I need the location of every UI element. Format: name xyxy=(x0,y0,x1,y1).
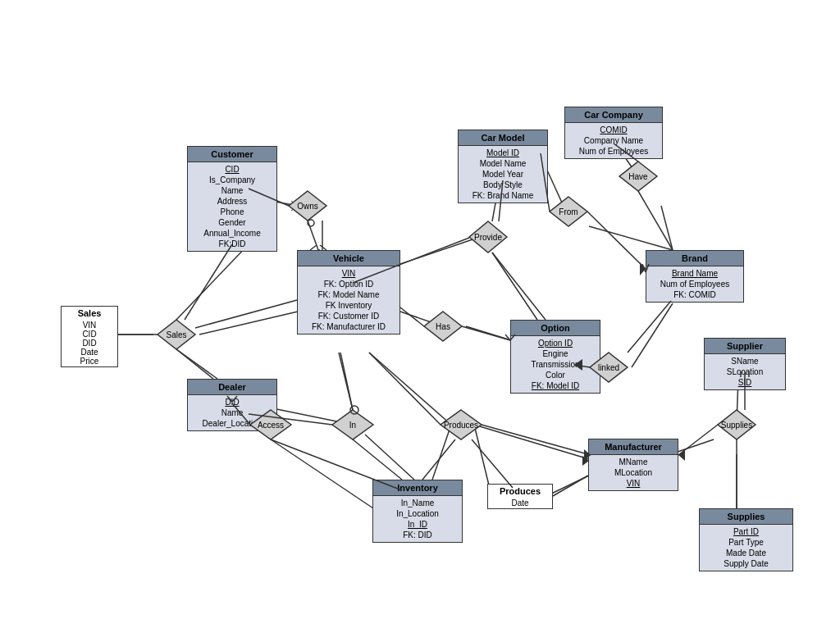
customer-attr-3: Address xyxy=(193,196,272,207)
supplier-title: Supplier xyxy=(705,339,785,354)
sales-attr-did: DID xyxy=(65,339,114,348)
supplier-pk: SID xyxy=(710,377,780,388)
svg-line-9 xyxy=(353,439,402,480)
svg-line-7 xyxy=(271,439,373,508)
car-company-entity: Car Company COMID Company Name Num of Em… xyxy=(564,107,663,159)
sales-attr-date: Date xyxy=(65,348,114,357)
option-title: Option xyxy=(511,321,600,336)
inventory-title: Inventory xyxy=(373,480,462,496)
svg-line-22 xyxy=(661,206,673,250)
customer-attr-5: Gender xyxy=(193,217,272,228)
car-company-title: Car Company xyxy=(565,107,662,123)
brand-entity: Brand Brand Name Num of Employees FK: CO… xyxy=(646,250,744,303)
car-model-entity: Car Model Model ID Model Name Model Year… xyxy=(458,130,548,203)
brand-pk: Brand Name xyxy=(651,268,738,279)
svg-line-23 xyxy=(632,303,673,367)
car-model-title: Car Model xyxy=(459,130,547,146)
option-pk: Option ID xyxy=(516,338,595,348)
svg-line-31 xyxy=(291,206,298,211)
sales-attr-vin: VIN xyxy=(65,321,114,330)
manufacturer-pk: VIN xyxy=(594,478,673,489)
svg-line-2 xyxy=(176,244,249,320)
manufacturer-title: Manufacturer xyxy=(589,439,678,455)
inventory-entity: Inventory In_Name In_Location In_ID FK: … xyxy=(372,480,463,543)
customer-attr-7: FK:DID xyxy=(193,239,272,249)
car-company-attr-2: Num of Employees xyxy=(570,146,657,157)
customer-attr-2: Name xyxy=(193,185,272,196)
dealer-attrs: DID Name Dealer_Location xyxy=(188,395,276,430)
customer-attr-6: Annual_Income xyxy=(193,228,272,239)
car-company-pk: COMID xyxy=(570,125,657,135)
inventory-attr-2: In_Location xyxy=(378,508,457,519)
supplies-box-attr-1: Part Type xyxy=(705,537,788,548)
option-attr-1: Engine xyxy=(516,348,595,359)
option-attr-3: Color xyxy=(516,370,595,380)
vehicle-attr-4: FK: Customer ID xyxy=(303,311,395,321)
svg-line-15 xyxy=(466,326,511,340)
svg-line-10 xyxy=(339,353,353,410)
svg-line-20 xyxy=(589,226,673,250)
option-attrs: Option ID Engine Transmission Color FK: … xyxy=(511,336,600,393)
produces-date-attr: Date xyxy=(491,498,549,507)
vehicle-attr-2: FK: Model Name xyxy=(303,289,395,300)
inventory-attr-1: In_Name xyxy=(378,498,457,508)
sales-box-title: Sales xyxy=(62,307,117,320)
dealer-attr-2: Dealer_Location xyxy=(193,418,272,429)
manufacturer-attr-2: MLocation xyxy=(594,467,673,478)
supplies-box-attr-3: Supply Date xyxy=(705,558,788,569)
supplier-attr-1: SName xyxy=(710,356,780,366)
manufacturer-attr-1: MName xyxy=(594,457,673,467)
vehicle-attrs: VIN FK: Option ID FK: Model Name FK Inve… xyxy=(298,266,399,334)
inventory-attrs: In_Name In_Location In_ID FK: DID xyxy=(373,496,462,542)
er-diagram: Customer CID Is_Company Name Address Pho… xyxy=(0,0,840,619)
sales-attr-price: Price xyxy=(65,357,114,366)
customer-pk: CID xyxy=(193,164,272,175)
vehicle-attr-3: FK Inventory xyxy=(303,300,395,311)
option-fk: FK: Model ID xyxy=(516,380,595,391)
supplies-box-entity: Supplies Part ID Part Type Made Date Sup… xyxy=(699,508,793,571)
option-attr-2: Transmission xyxy=(516,359,595,370)
svg-line-5 xyxy=(199,312,298,335)
car-model-attr-2: Model Year xyxy=(463,169,542,180)
produces-date-attrs: Date xyxy=(488,498,552,508)
inventory-pk: In_ID xyxy=(378,519,457,530)
dealer-title: Dealer xyxy=(188,380,276,395)
sales-plain-box: Sales VIN CID DID Date Price xyxy=(61,306,118,367)
customer-title: Customer xyxy=(188,147,276,162)
brand-title: Brand xyxy=(646,251,743,266)
produces-date-title: Produces xyxy=(488,485,552,498)
vehicle-attr-1: FK: Option ID xyxy=(303,279,395,289)
svg-line-11 xyxy=(432,425,451,480)
supplies-box-attr-2: Made Date xyxy=(705,548,788,558)
manufacturer-attrs: MName MLocation VIN xyxy=(589,455,678,490)
svg-line-28 xyxy=(369,353,451,425)
car-company-attr-1: Company Name xyxy=(570,135,657,146)
brand-attr-2: FK: COMID xyxy=(651,289,738,300)
brand-attrs: Brand Name Num of Employees FK: COMID xyxy=(646,266,743,302)
sales-attr-cid: CID xyxy=(65,330,114,339)
vehicle-pk: VIN xyxy=(303,268,395,279)
vehicle-entity: Vehicle VIN FK: Option ID FK: Model Name… xyxy=(297,250,400,335)
inventory-attr-3: FK: DID xyxy=(378,530,457,540)
dealer-pk: DID xyxy=(193,397,272,407)
brand-attr-1: Num of Employees xyxy=(651,279,738,289)
svg-line-4 xyxy=(176,349,213,379)
car-model-pk: Model ID xyxy=(463,148,542,158)
dealer-attr-1: Name xyxy=(193,407,272,418)
svg-line-14 xyxy=(400,312,443,326)
car-model-attr-4: FK: Brand Name xyxy=(463,190,542,201)
car-model-attrs: Model ID Model Name Model Year Body Styl… xyxy=(459,146,547,203)
customer-attr-1: Is_Company xyxy=(193,175,272,185)
sales-box-attrs: VIN CID DID Date Price xyxy=(62,320,117,366)
supplier-entity: Supplier SName SLocation SID xyxy=(704,338,786,390)
dealer-entity: Dealer DID Name Dealer_Location xyxy=(187,379,277,431)
car-company-attrs: COMID Company Name Num of Employees xyxy=(565,123,662,158)
svg-line-13 xyxy=(474,425,491,492)
manufacturer-entity: Manufacturer MName MLocation VIN xyxy=(588,439,678,491)
supplies-box-pk: Part ID xyxy=(705,526,788,537)
vehicle-attr-5: FK: Manufacturer ID xyxy=(303,321,395,332)
supplier-attrs: SName SLocation SID xyxy=(705,354,785,389)
customer-attrs: CID Is_Company Name Address Phone Gender… xyxy=(188,162,276,251)
vehicle-title: Vehicle xyxy=(298,251,399,266)
produces-date-box: Produces Date xyxy=(487,484,553,509)
